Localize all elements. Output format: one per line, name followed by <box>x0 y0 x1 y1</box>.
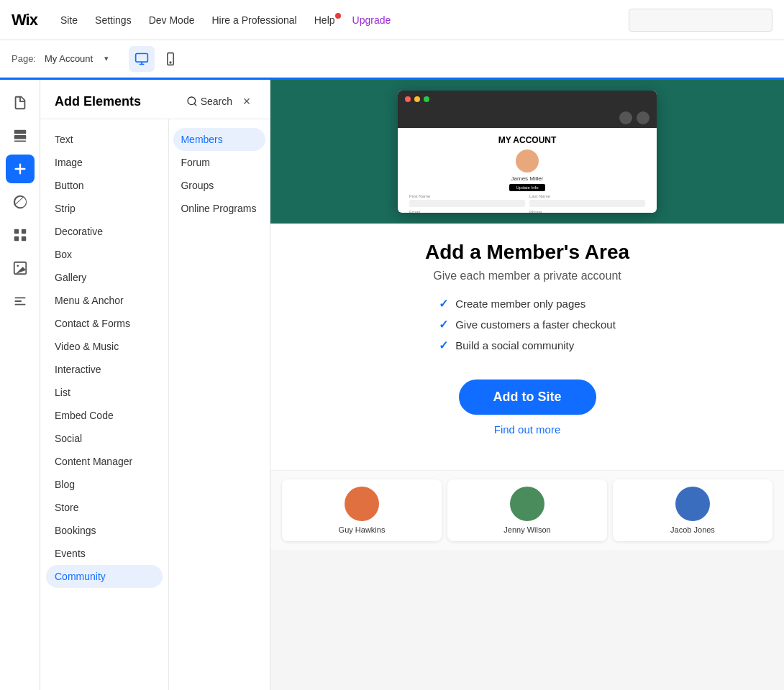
add-to-site-button[interactable]: Add to Site <box>459 380 596 415</box>
card-main-title: Add a Member's Area <box>293 241 761 264</box>
feature-text-3: Build a social community <box>455 339 574 351</box>
category-store[interactable]: Store <box>40 496 168 519</box>
category-button[interactable]: Button <box>40 174 168 197</box>
preview-email-label: Email <box>409 210 525 213</box>
check-icon-1: ✓ <box>439 297 448 310</box>
category-community[interactable]: Community <box>46 565 163 588</box>
text-icon <box>12 293 28 309</box>
category-decorative[interactable]: Decorative <box>40 220 168 243</box>
category-menu-anchor[interactable]: Menu & Anchor <box>40 289 168 312</box>
svg-rect-4 <box>14 135 26 139</box>
svg-rect-3 <box>14 130 26 134</box>
nav-upgrade[interactable]: Upgrade <box>352 14 391 26</box>
category-video-music[interactable]: Video & Music <box>40 335 168 358</box>
sub-bar: Page: My Account ▾ <box>0 40 784 78</box>
sidebar-sections-button[interactable] <box>6 121 35 150</box>
category-gallery[interactable]: Gallery <box>40 266 168 289</box>
category-text[interactable]: Text <box>40 128 168 151</box>
category-strip[interactable]: Strip <box>40 197 168 220</box>
svg-rect-8 <box>14 236 18 241</box>
panel-content: Text Image Button Strip Decorative Box G… <box>40 119 270 690</box>
category-interactive[interactable]: Interactive <box>40 358 168 381</box>
sidebar-text-button[interactable] <box>6 287 35 316</box>
category-box[interactable]: Box <box>40 243 168 266</box>
svg-rect-7 <box>21 229 25 234</box>
sidebar-apps-button[interactable] <box>6 221 35 249</box>
subcategory-list: Members Forum Groups Online Programs <box>169 119 270 690</box>
preview-nav <box>398 108 657 128</box>
page-label: Page: <box>12 53 36 64</box>
category-social[interactable]: Social <box>40 427 168 450</box>
sidebar-add-button[interactable] <box>6 155 35 183</box>
preview-account-title: MY ACCOUNT <box>409 135 645 145</box>
category-image[interactable]: Image <box>40 151 168 174</box>
preview-nav-icon-user <box>637 111 649 124</box>
preview-field-phone: Phone <box>529 210 645 213</box>
svg-rect-9 <box>21 236 25 241</box>
preview-field-email: Email <box>409 210 525 213</box>
subcategory-groups[interactable]: Groups <box>169 174 270 197</box>
preview-nav-icon-bell <box>619 111 632 124</box>
nav-hire[interactable]: Hire a Professional <box>211 14 296 26</box>
svg-point-2 <box>170 62 171 63</box>
nav-search-bar <box>629 9 772 32</box>
panel-title: Add Elements <box>55 94 141 109</box>
category-content-manager[interactable]: Content Manager <box>40 450 168 473</box>
subcategory-members[interactable]: Members <box>173 128 265 151</box>
category-list[interactable]: List <box>40 381 168 404</box>
preview-avatar <box>516 150 539 172</box>
wix-logo: Wix <box>12 11 37 29</box>
check-icon-2: ✓ <box>439 318 448 331</box>
members-preview: MY ACCOUNT James Miller Update Info Firs… <box>270 80 784 224</box>
feature-text-1: Create member only pages <box>455 298 585 310</box>
feature-item-3: ✓ Build a social community <box>439 339 616 352</box>
feature-list: ✓ Create member only pages ✓ Give custom… <box>439 297 616 359</box>
nav-settings[interactable]: Settings <box>95 14 132 26</box>
bottom-avatars: Guy Hawkins Jenny Wilson Jacob Jones <box>270 470 784 550</box>
svg-rect-5 <box>14 140 26 142</box>
avatar-name-1: Guy Hawkins <box>289 525 434 534</box>
category-blog[interactable]: Blog <box>40 473 168 496</box>
mobile-view-button[interactable] <box>158 46 183 72</box>
category-embed-code[interactable]: Embed Code <box>40 404 168 427</box>
page-name: My Account <box>45 53 93 64</box>
avatar-img-2 <box>510 487 544 521</box>
category-events[interactable]: Events <box>40 542 168 565</box>
panel-close-button[interactable]: × <box>238 93 255 110</box>
preview-field-lastname: Last Name <box>529 194 645 207</box>
preview-field-firstname: First Name <box>409 194 525 207</box>
preview-window: MY ACCOUNT James Miller Update Info Firs… <box>398 91 657 213</box>
nav-help[interactable]: Help <box>314 14 335 26</box>
subcategory-forum[interactable]: Forum <box>169 151 270 174</box>
preview-dot-red <box>405 96 411 102</box>
page-chevron-icon[interactable]: ▾ <box>104 54 109 63</box>
mobile-icon <box>163 52 178 66</box>
nav-devmode[interactable]: Dev Mode <box>149 14 195 26</box>
sidebar-theme-button[interactable] <box>6 188 35 216</box>
preview-lastname-input <box>529 200 645 207</box>
content-area: MY ACCOUNT James Miller Update Info Firs… <box>270 80 784 690</box>
top-nav: Wix Site Settings Dev Mode Hire a Profes… <box>0 0 784 40</box>
svg-point-12 <box>188 97 196 105</box>
avatar-card-3: Jacob Jones <box>613 479 772 541</box>
preview-firstname-input <box>409 200 525 207</box>
desktop-view-button[interactable] <box>129 46 155 72</box>
preview-fields-row2: Email Phone <box>409 210 645 213</box>
subcategory-online-programs[interactable]: Online Programs <box>169 197 270 220</box>
help-notification-dot <box>335 13 341 19</box>
sidebar-media-button[interactable] <box>6 254 35 282</box>
preview-topbar <box>398 91 657 108</box>
apps-icon <box>12 227 28 243</box>
find-out-more-link[interactable]: Find out more <box>293 423 761 436</box>
panel-header: Add Elements Search × <box>40 80 270 119</box>
panel-search-button[interactable]: Search <box>186 96 232 107</box>
preview-update-btn: Update Info <box>509 184 545 191</box>
nav-site[interactable]: Site <box>60 14 78 26</box>
members-card: MY ACCOUNT James Miller Update Info Firs… <box>270 80 784 550</box>
card-body: Add a Member's Area Give each member a p… <box>270 224 784 470</box>
preview-phone-label: Phone <box>529 210 645 213</box>
category-bookings[interactable]: Bookings <box>40 519 168 542</box>
sidebar-pages-button[interactable] <box>6 88 35 117</box>
category-contact-forms[interactable]: Contact & Forms <box>40 312 168 335</box>
avatar-card-1: Guy Hawkins <box>282 479 442 541</box>
